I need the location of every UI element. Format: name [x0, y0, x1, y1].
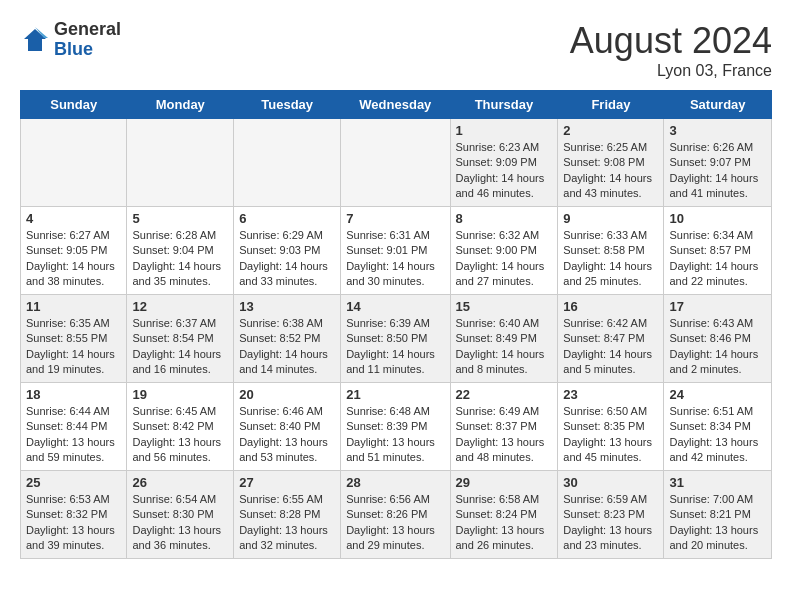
calendar-cell: 20Sunrise: 6:46 AM Sunset: 8:40 PM Dayli…: [234, 383, 341, 471]
day-number: 14: [346, 299, 444, 314]
day-number: 29: [456, 475, 553, 490]
calendar-cell: 12Sunrise: 6:37 AM Sunset: 8:54 PM Dayli…: [127, 295, 234, 383]
location-subtitle: Lyon 03, France: [570, 62, 772, 80]
calendar-cell: 2Sunrise: 6:25 AM Sunset: 9:08 PM Daylig…: [558, 119, 664, 207]
calendar-cell: 7Sunrise: 6:31 AM Sunset: 9:01 PM Daylig…: [341, 207, 450, 295]
day-number: 20: [239, 387, 335, 402]
logo: General Blue: [20, 20, 121, 60]
day-number: 22: [456, 387, 553, 402]
calendar-week-row: 1Sunrise: 6:23 AM Sunset: 9:09 PM Daylig…: [21, 119, 772, 207]
day-number: 13: [239, 299, 335, 314]
calendar-cell: 10Sunrise: 6:34 AM Sunset: 8:57 PM Dayli…: [664, 207, 772, 295]
calendar-week-row: 25Sunrise: 6:53 AM Sunset: 8:32 PM Dayli…: [21, 471, 772, 559]
calendar-cell: 27Sunrise: 6:55 AM Sunset: 8:28 PM Dayli…: [234, 471, 341, 559]
calendar-header: SundayMondayTuesdayWednesdayThursdayFrid…: [21, 91, 772, 119]
day-number: 17: [669, 299, 766, 314]
day-info: Sunrise: 6:25 AM Sunset: 9:08 PM Dayligh…: [563, 140, 658, 202]
weekday-header-tuesday: Tuesday: [234, 91, 341, 119]
day-number: 16: [563, 299, 658, 314]
weekday-header-wednesday: Wednesday: [341, 91, 450, 119]
day-info: Sunrise: 6:33 AM Sunset: 8:58 PM Dayligh…: [563, 228, 658, 290]
day-info: Sunrise: 6:26 AM Sunset: 9:07 PM Dayligh…: [669, 140, 766, 202]
day-info: Sunrise: 6:35 AM Sunset: 8:55 PM Dayligh…: [26, 316, 121, 378]
day-number: 8: [456, 211, 553, 226]
logo-icon: [20, 25, 50, 55]
day-number: 9: [563, 211, 658, 226]
day-info: Sunrise: 7:00 AM Sunset: 8:21 PM Dayligh…: [669, 492, 766, 554]
calendar-week-row: 11Sunrise: 6:35 AM Sunset: 8:55 PM Dayli…: [21, 295, 772, 383]
calendar-cell: 1Sunrise: 6:23 AM Sunset: 9:09 PM Daylig…: [450, 119, 558, 207]
calendar-week-row: 18Sunrise: 6:44 AM Sunset: 8:44 PM Dayli…: [21, 383, 772, 471]
day-info: Sunrise: 6:38 AM Sunset: 8:52 PM Dayligh…: [239, 316, 335, 378]
logo-text: General Blue: [54, 20, 121, 60]
calendar-cell: 3Sunrise: 6:26 AM Sunset: 9:07 PM Daylig…: [664, 119, 772, 207]
month-title: August 2024: [570, 20, 772, 62]
day-info: Sunrise: 6:54 AM Sunset: 8:30 PM Dayligh…: [132, 492, 228, 554]
day-number: 3: [669, 123, 766, 138]
calendar-cell: 8Sunrise: 6:32 AM Sunset: 9:00 PM Daylig…: [450, 207, 558, 295]
day-info: Sunrise: 6:29 AM Sunset: 9:03 PM Dayligh…: [239, 228, 335, 290]
day-number: 12: [132, 299, 228, 314]
day-number: 5: [132, 211, 228, 226]
calendar-cell: 22Sunrise: 6:49 AM Sunset: 8:37 PM Dayli…: [450, 383, 558, 471]
day-number: 10: [669, 211, 766, 226]
page-header: General Blue August 2024 Lyon 03, France: [20, 20, 772, 80]
day-info: Sunrise: 6:32 AM Sunset: 9:00 PM Dayligh…: [456, 228, 553, 290]
calendar-cell: 13Sunrise: 6:38 AM Sunset: 8:52 PM Dayli…: [234, 295, 341, 383]
day-info: Sunrise: 6:40 AM Sunset: 8:49 PM Dayligh…: [456, 316, 553, 378]
day-number: 4: [26, 211, 121, 226]
calendar-cell: 14Sunrise: 6:39 AM Sunset: 8:50 PM Dayli…: [341, 295, 450, 383]
logo-general-text: General: [54, 20, 121, 40]
day-info: Sunrise: 6:49 AM Sunset: 8:37 PM Dayligh…: [456, 404, 553, 466]
day-number: 28: [346, 475, 444, 490]
day-number: 24: [669, 387, 766, 402]
day-info: Sunrise: 6:55 AM Sunset: 8:28 PM Dayligh…: [239, 492, 335, 554]
day-info: Sunrise: 6:58 AM Sunset: 8:24 PM Dayligh…: [456, 492, 553, 554]
day-info: Sunrise: 6:42 AM Sunset: 8:47 PM Dayligh…: [563, 316, 658, 378]
day-number: 19: [132, 387, 228, 402]
day-info: Sunrise: 6:28 AM Sunset: 9:04 PM Dayligh…: [132, 228, 228, 290]
day-info: Sunrise: 6:34 AM Sunset: 8:57 PM Dayligh…: [669, 228, 766, 290]
weekday-header-thursday: Thursday: [450, 91, 558, 119]
day-number: 2: [563, 123, 658, 138]
day-number: 6: [239, 211, 335, 226]
svg-marker-0: [24, 29, 46, 51]
day-info: Sunrise: 6:27 AM Sunset: 9:05 PM Dayligh…: [26, 228, 121, 290]
weekday-header-friday: Friday: [558, 91, 664, 119]
calendar-cell: 9Sunrise: 6:33 AM Sunset: 8:58 PM Daylig…: [558, 207, 664, 295]
weekday-header-sunday: Sunday: [21, 91, 127, 119]
logo-blue-text: Blue: [54, 40, 121, 60]
calendar-week-row: 4Sunrise: 6:27 AM Sunset: 9:05 PM Daylig…: [21, 207, 772, 295]
day-info: Sunrise: 6:23 AM Sunset: 9:09 PM Dayligh…: [456, 140, 553, 202]
day-number: 31: [669, 475, 766, 490]
calendar-cell: 21Sunrise: 6:48 AM Sunset: 8:39 PM Dayli…: [341, 383, 450, 471]
calendar-cell: 11Sunrise: 6:35 AM Sunset: 8:55 PM Dayli…: [21, 295, 127, 383]
calendar-cell: 5Sunrise: 6:28 AM Sunset: 9:04 PM Daylig…: [127, 207, 234, 295]
day-info: Sunrise: 6:31 AM Sunset: 9:01 PM Dayligh…: [346, 228, 444, 290]
day-info: Sunrise: 6:37 AM Sunset: 8:54 PM Dayligh…: [132, 316, 228, 378]
calendar-cell: 29Sunrise: 6:58 AM Sunset: 8:24 PM Dayli…: [450, 471, 558, 559]
day-number: 27: [239, 475, 335, 490]
day-info: Sunrise: 6:59 AM Sunset: 8:23 PM Dayligh…: [563, 492, 658, 554]
calendar-cell: [21, 119, 127, 207]
calendar-cell: 19Sunrise: 6:45 AM Sunset: 8:42 PM Dayli…: [127, 383, 234, 471]
day-info: Sunrise: 6:50 AM Sunset: 8:35 PM Dayligh…: [563, 404, 658, 466]
calendar-cell: [234, 119, 341, 207]
calendar-cell: 15Sunrise: 6:40 AM Sunset: 8:49 PM Dayli…: [450, 295, 558, 383]
calendar-cell: [341, 119, 450, 207]
day-info: Sunrise: 6:48 AM Sunset: 8:39 PM Dayligh…: [346, 404, 444, 466]
title-block: August 2024 Lyon 03, France: [570, 20, 772, 80]
day-number: 21: [346, 387, 444, 402]
calendar-cell: 26Sunrise: 6:54 AM Sunset: 8:30 PM Dayli…: [127, 471, 234, 559]
day-info: Sunrise: 6:45 AM Sunset: 8:42 PM Dayligh…: [132, 404, 228, 466]
day-number: 7: [346, 211, 444, 226]
day-info: Sunrise: 6:43 AM Sunset: 8:46 PM Dayligh…: [669, 316, 766, 378]
calendar-table: SundayMondayTuesdayWednesdayThursdayFrid…: [20, 90, 772, 559]
weekday-header-saturday: Saturday: [664, 91, 772, 119]
calendar-cell: 24Sunrise: 6:51 AM Sunset: 8:34 PM Dayli…: [664, 383, 772, 471]
calendar-cell: 31Sunrise: 7:00 AM Sunset: 8:21 PM Dayli…: [664, 471, 772, 559]
weekday-header-row: SundayMondayTuesdayWednesdayThursdayFrid…: [21, 91, 772, 119]
calendar-cell: 18Sunrise: 6:44 AM Sunset: 8:44 PM Dayli…: [21, 383, 127, 471]
day-number: 23: [563, 387, 658, 402]
calendar-cell: [127, 119, 234, 207]
